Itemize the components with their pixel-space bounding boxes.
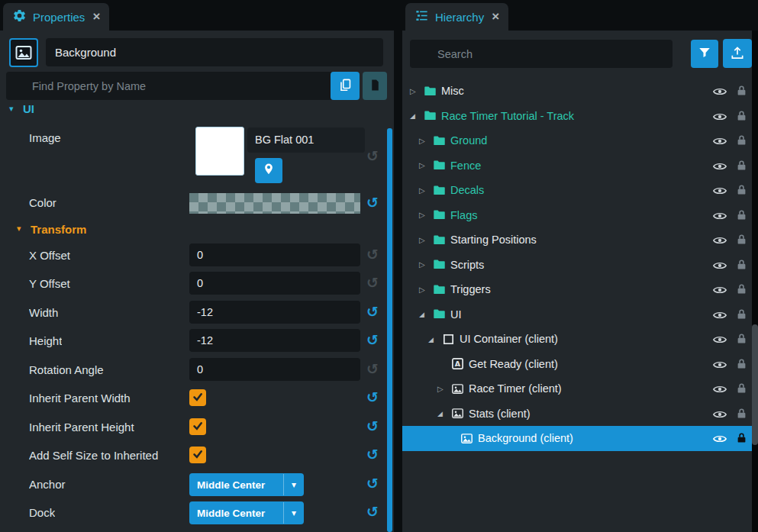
- lock-icon[interactable]: [737, 85, 747, 98]
- visibility-eye-icon[interactable]: [713, 185, 727, 198]
- inherit-parent-height-reset-button[interactable]: [365, 419, 380, 434]
- dock-reset-button[interactable]: [365, 505, 380, 520]
- visibility-eye-icon[interactable]: [713, 85, 727, 98]
- expand-expanded-icon[interactable]: [437, 409, 450, 418]
- y-offset-input[interactable]: [189, 272, 360, 295]
- visibility-eye-icon[interactable]: [713, 284, 727, 297]
- lock-icon[interactable]: [737, 259, 747, 272]
- section-transform-header[interactable]: Transform: [0, 223, 394, 238]
- expand-collapsed-icon[interactable]: [419, 186, 431, 195]
- lock-icon[interactable]: [737, 432, 747, 446]
- visibility-eye-icon[interactable]: [713, 160, 727, 173]
- lock-icon[interactable]: [737, 160, 747, 173]
- properties-scrollbar[interactable]: [387, 128, 392, 532]
- tree-row-triggers[interactable]: Triggers: [402, 277, 758, 302]
- tree-row-ground[interactable]: Ground: [402, 128, 758, 153]
- width-input[interactable]: [189, 301, 360, 324]
- visibility-eye-icon[interactable]: [713, 260, 727, 272]
- visibility-eye-icon[interactable]: [713, 383, 727, 396]
- lock-icon[interactable]: [737, 358, 747, 372]
- color-reset-button[interactable]: [365, 195, 380, 211]
- lock-icon[interactable]: [737, 333, 747, 347]
- visibility-eye-icon[interactable]: [713, 309, 727, 322]
- lock-icon[interactable]: [737, 134, 747, 148]
- tree-row-stats[interactable]: Stats (client): [402, 401, 758, 427]
- expand-collapsed-icon[interactable]: [419, 161, 431, 169]
- tree-row-fence[interactable]: Fence: [402, 153, 758, 179]
- paste-properties-button[interactable]: [363, 72, 387, 100]
- visibility-eye-icon[interactable]: [713, 408, 727, 421]
- inherit-parent-height-checkbox[interactable]: [189, 418, 206, 435]
- lock-icon[interactable]: [737, 110, 747, 124]
- tree-row-ui[interactable]: UI: [402, 302, 758, 327]
- x-offset-reset-button[interactable]: [365, 247, 380, 263]
- object-name-input[interactable]: [46, 38, 383, 66]
- inherit-parent-width-reset-button[interactable]: [365, 390, 380, 405]
- image-preview-swatch[interactable]: [195, 127, 244, 176]
- hierarchy-scrollbar-track[interactable]: [752, 31, 758, 532]
- expand-collapsed-icon[interactable]: [419, 137, 431, 145]
- inherit-parent-width-checkbox[interactable]: [189, 389, 206, 406]
- lock-icon[interactable]: [737, 308, 747, 322]
- visibility-eye-icon[interactable]: [713, 334, 727, 347]
- image-asset-field[interactable]: BG Flat 001: [247, 127, 365, 153]
- tree-row-scripts[interactable]: Scripts: [402, 253, 758, 278]
- hierarchy-search-input[interactable]: [410, 40, 673, 68]
- expand-collapsed-icon[interactable]: [419, 236, 431, 244]
- lock-icon[interactable]: [737, 209, 747, 223]
- y-offset-reset-button[interactable]: [365, 276, 380, 291]
- add-self-size-checkbox[interactable]: [189, 447, 206, 463]
- image-reset-button[interactable]: [365, 149, 380, 164]
- anchor-dropdown[interactable]: Middle Center: [189, 473, 304, 496]
- visibility-eye-icon[interactable]: [713, 234, 727, 247]
- dock-dropdown[interactable]: Middle Center: [189, 501, 304, 524]
- height-reset-button[interactable]: [365, 333, 380, 348]
- copy-properties-button[interactable]: [331, 72, 360, 100]
- filter-button[interactable]: [691, 40, 718, 68]
- expand-collapsed-icon[interactable]: [419, 285, 431, 294]
- tree-row-race-timer[interactable]: Race Timer (client): [402, 376, 758, 401]
- x-offset-input[interactable]: [189, 243, 360, 266]
- anchor-reset-button[interactable]: [365, 476, 380, 492]
- close-icon[interactable]: [492, 11, 499, 23]
- lock-icon[interactable]: [737, 184, 747, 198]
- find-property-input[interactable]: [6, 72, 333, 100]
- add-self-size-reset-button[interactable]: [365, 447, 380, 463]
- visibility-eye-icon[interactable]: [713, 135, 727, 148]
- tab-properties[interactable]: Properties: [3, 3, 109, 31]
- width-reset-button[interactable]: [365, 305, 380, 320]
- expand-collapsed-icon[interactable]: [419, 211, 431, 219]
- rotation-angle-input[interactable]: [189, 358, 360, 381]
- close-icon[interactable]: [92, 11, 100, 23]
- lock-icon[interactable]: [737, 408, 747, 421]
- visibility-eye-icon[interactable]: [713, 111, 727, 124]
- expand-expanded-icon[interactable]: [428, 335, 440, 343]
- expand-expanded-icon[interactable]: [410, 111, 422, 120]
- tree-row-misc[interactable]: Misc: [402, 79, 758, 104]
- lock-icon[interactable]: [737, 283, 747, 297]
- expand-collapsed-icon[interactable]: [410, 87, 422, 95]
- color-swatch[interactable]: [189, 193, 360, 214]
- tree-row-decals[interactable]: Decals: [402, 178, 758, 203]
- tree-row-race-timer-tutorial[interactable]: Race Timer Tutorial - Track: [402, 104, 758, 129]
- tree-row-ui-container[interactable]: UI Container (client): [402, 327, 758, 352]
- visibility-eye-icon[interactable]: [713, 359, 727, 372]
- tree-row-background-selected[interactable]: Background (client): [402, 426, 758, 451]
- hierarchy-scrollbar-thumb[interactable]: [752, 324, 758, 445]
- expand-expanded-icon[interactable]: [419, 310, 431, 318]
- tab-hierarchy[interactable]: Hierarchy: [405, 3, 508, 31]
- section-ui-header[interactable]: UI: [0, 102, 394, 119]
- rotation-angle-reset-button[interactable]: [365, 362, 380, 377]
- expand-collapsed-icon[interactable]: [437, 385, 450, 393]
- upload-button[interactable]: [723, 39, 752, 68]
- height-input[interactable]: [189, 329, 360, 352]
- tree-row-get-ready[interactable]: Get Ready (client): [402, 352, 758, 377]
- lock-icon[interactable]: [737, 234, 747, 247]
- visibility-eye-icon[interactable]: [713, 433, 727, 446]
- visibility-eye-icon[interactable]: [713, 210, 727, 223]
- lock-icon[interactable]: [737, 382, 747, 396]
- tree-row-starting-positions[interactable]: Starting Positions: [402, 227, 758, 253]
- tree-row-flags[interactable]: Flags: [402, 203, 758, 228]
- find-asset-button[interactable]: [255, 158, 282, 183]
- expand-collapsed-icon[interactable]: [419, 260, 431, 269]
